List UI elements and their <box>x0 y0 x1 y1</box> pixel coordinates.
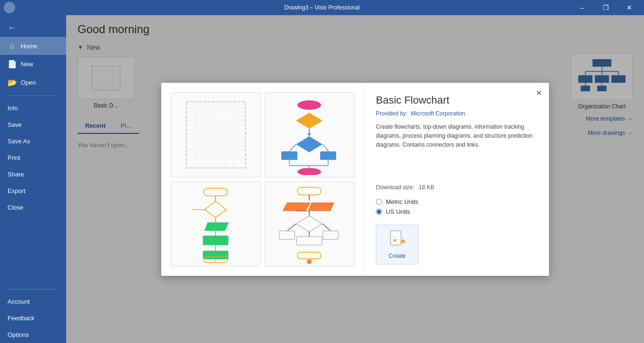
sidebar-saveas-label: Save As <box>8 138 30 145</box>
svg-line-67 <box>322 224 331 231</box>
radio-us-units[interactable]: US Units <box>376 208 538 215</box>
sidebar-item-saveas[interactable]: Save As <box>0 133 66 150</box>
app-icon <box>4 2 15 13</box>
modal-preview-card-2[interactable] <box>265 92 355 177</box>
sidebar-item-save[interactable]: Save <box>0 116 66 133</box>
radio-us-label: US Units <box>386 208 410 215</box>
svg-marker-36 <box>307 133 311 136</box>
modal-preview-card-4[interactable] <box>265 181 355 266</box>
titlebar: Drawing3 – Visio Professional – ❐ ✕ <box>0 0 644 15</box>
modal-download-size: Download size: 18 KB <box>376 184 538 191</box>
open-icon: 📂 <box>8 78 16 87</box>
svg-rect-41 <box>320 151 336 160</box>
svg-line-38 <box>289 144 296 151</box>
modal-basic-flowchart: ✕ <box>161 83 549 276</box>
minimize-button[interactable]: – <box>571 0 593 15</box>
modal-provider-name: Microsoft Corporation <box>411 110 465 117</box>
svg-rect-47 <box>204 188 227 196</box>
svg-rect-69 <box>323 231 338 239</box>
maximize-button[interactable]: ❐ <box>595 0 617 15</box>
modal-overlay: ✕ <box>66 15 644 343</box>
svg-marker-65 <box>296 216 322 232</box>
svg-marker-63 <box>308 202 334 211</box>
sidebar-print-label: Print <box>8 154 20 161</box>
sidebar-options-label: Options <box>8 331 29 338</box>
svg-marker-61 <box>282 202 311 211</box>
back-icon: ← <box>8 24 16 32</box>
svg-point-33 <box>297 100 321 110</box>
sidebar-item-feedback[interactable]: Feedback <box>0 310 66 326</box>
svg-line-66 <box>287 224 296 231</box>
sidebar-item-options[interactable]: Options <box>0 326 66 343</box>
svg-rect-40 <box>281 151 297 160</box>
sidebar-divider <box>8 96 59 96</box>
svg-rect-71 <box>296 237 322 245</box>
sidebar-feedback-label: Feedback <box>8 315 35 322</box>
sidebar-export-label: Export <box>8 187 26 194</box>
sidebar-close-label: Close <box>8 204 23 211</box>
sidebar-save-label: Save <box>8 121 22 128</box>
modal-description: Create flowcharts, top-down diagrams, in… <box>376 123 538 176</box>
create-button-label: Create <box>389 253 406 259</box>
svg-marker-34 <box>296 113 322 129</box>
modal-close-button[interactable]: ✕ <box>532 87 545 100</box>
sidebar-open-label: Open <box>21 79 36 86</box>
svg-marker-37 <box>296 136 322 152</box>
sidebar-share-label: Share <box>8 171 24 178</box>
titlebar-title: Drawing3 – Visio Professional <box>284 4 359 11</box>
modal-details: Basic Flowchart Provided by: Microsoft C… <box>365 83 549 276</box>
svg-marker-49 <box>205 202 226 218</box>
home-icon: ⌂ <box>8 42 16 50</box>
sidebar-new-label: New <box>21 61 33 68</box>
modal-download-value: 18 KB <box>419 184 435 191</box>
svg-point-46 <box>297 168 321 175</box>
modal-provider: Provided by: Microsoft Corporation <box>376 110 538 117</box>
svg-rect-21 <box>186 102 245 168</box>
close-button[interactable]: ✕ <box>618 0 640 15</box>
sidebar-item-share[interactable]: Share <box>0 166 66 183</box>
svg-rect-59 <box>297 187 321 195</box>
sidebar-item-open[interactable]: 📂 Open <box>0 73 66 92</box>
modal-download-label: Download size: <box>376 184 414 191</box>
svg-marker-51 <box>204 222 229 231</box>
sidebar-item-close[interactable]: Close <box>0 199 66 216</box>
radio-metric-label: Metric Units <box>386 198 418 205</box>
radio-us-input[interactable] <box>376 209 382 215</box>
svg-rect-68 <box>279 231 295 239</box>
sidebar-item-print[interactable]: Print <box>0 150 66 166</box>
modal-units-group: Metric Units US Units <box>376 198 538 215</box>
modal-preview-card-1[interactable] <box>171 92 261 177</box>
new-icon: 📄 <box>8 60 16 69</box>
svg-point-73 <box>307 259 312 264</box>
create-button[interactable]: Create <box>376 225 418 264</box>
sidebar: ← ⌂ Home 📄 New 📂 Open Info Save Save As … <box>0 15 66 343</box>
sidebar-info-label: Info <box>8 105 18 112</box>
sidebar-back-button[interactable]: ← <box>0 19 66 37</box>
sidebar-account-label: Account <box>8 298 30 305</box>
svg-rect-72 <box>297 252 321 259</box>
titlebar-left-icons <box>4 2 15 13</box>
sidebar-item-account[interactable]: Account <box>0 293 66 310</box>
svg-rect-53 <box>203 236 228 245</box>
modal-preview-grid <box>161 83 365 276</box>
app-body: ← ⌂ Home 📄 New 📂 Open Info Save Save As … <box>0 15 644 343</box>
sidebar-bottom-divider <box>8 289 59 290</box>
svg-rect-74 <box>391 231 401 245</box>
create-button-icon <box>389 230 406 250</box>
svg-rect-55 <box>203 251 228 259</box>
modal-body: Basic Flowchart Provided by: Microsoft C… <box>161 83 549 276</box>
modal-preview-card-3[interactable] <box>171 181 261 266</box>
modal-template-title: Basic Flowchart <box>376 94 538 106</box>
sidebar-item-info[interactable]: Info <box>0 100 66 116</box>
sidebar-bottom: Account Feedback Options <box>0 285 66 343</box>
content-area: Good morning ▼ New <box>66 15 644 343</box>
sidebar-item-export[interactable]: Export <box>0 183 66 199</box>
sidebar-item-home[interactable]: ⌂ Home <box>0 37 66 55</box>
titlebar-controls: – ❐ ✕ <box>571 0 640 15</box>
modal-provider-label: Provided by: <box>376 110 408 117</box>
sidebar-item-new[interactable]: 📄 New <box>0 55 66 73</box>
sidebar-home-label: Home <box>21 43 37 50</box>
svg-line-39 <box>322 144 329 151</box>
radio-metric-input[interactable] <box>376 199 382 205</box>
radio-metric-units[interactable]: Metric Units <box>376 198 538 205</box>
